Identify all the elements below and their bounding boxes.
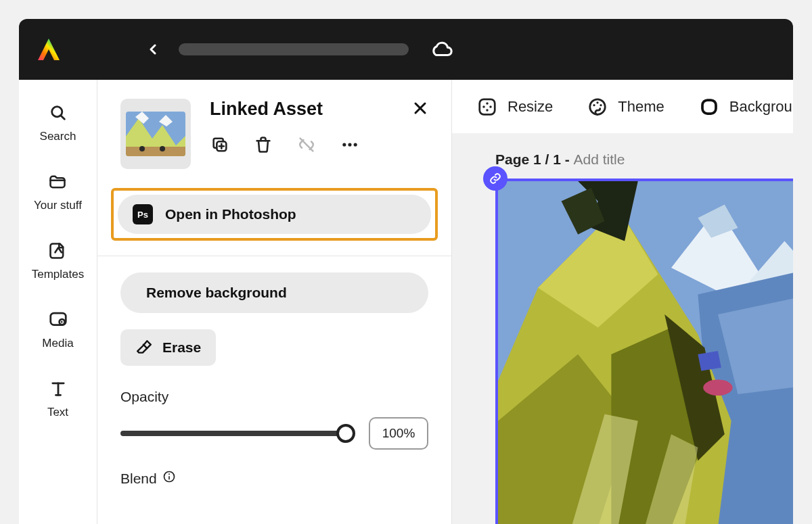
svg-rect-13 — [126, 147, 185, 156]
rail-item-your-stuff[interactable]: Your stuff — [34, 172, 82, 212]
svg-point-37 — [600, 103, 602, 105]
rail-item-search[interactable]: Search — [40, 103, 76, 143]
svg-point-23 — [348, 143, 351, 146]
svg-point-31 — [489, 105, 492, 108]
duplicate-button[interactable] — [210, 135, 230, 155]
topbar — [19, 19, 793, 80]
background-icon — [698, 96, 720, 118]
svg-line-21 — [300, 139, 313, 151]
page-number: Page 1 / 1 - — [495, 151, 574, 167]
canvas-toolbar: Resize Theme Background — [452, 80, 793, 134]
svg-rect-38 — [702, 100, 716, 114]
theme-icon — [587, 96, 608, 118]
close-button[interactable] — [412, 100, 428, 119]
opacity-slider-thumb[interactable] — [336, 424, 355, 443]
templates-icon — [47, 241, 68, 261]
delete-button[interactable] — [253, 135, 273, 155]
rail-item-text[interactable]: Text — [47, 379, 68, 419]
main-row: Search Your stuff Templates Media — [19, 80, 793, 524]
opacity-label: Opacity — [120, 389, 428, 405]
blend-label: Blend — [120, 471, 157, 487]
info-icon[interactable] — [162, 470, 176, 487]
text-icon — [48, 379, 68, 399]
svg-point-32 — [486, 102, 489, 105]
open-in-photoshop-highlight: Ps Open in Photoshop — [111, 188, 438, 241]
cloud-sync-icon[interactable] — [430, 38, 453, 61]
erase-button[interactable]: Erase — [120, 329, 216, 366]
remove-background-label: Remove background — [146, 285, 287, 301]
svg-point-36 — [597, 101, 599, 103]
svg-point-33 — [486, 109, 489, 112]
opacity-value-input[interactable]: 100% — [369, 417, 428, 450]
svg-point-35 — [593, 103, 595, 105]
svg-point-52 — [703, 379, 732, 396]
remove-background-button[interactable]: Remove background — [120, 272, 428, 313]
theme-button[interactable]: Theme — [587, 96, 664, 118]
theme-label: Theme — [618, 98, 664, 116]
folder-icon — [47, 172, 68, 192]
page-indicator[interactable]: Page 1 / 1 - Add title — [495, 151, 793, 168]
rail-item-templates[interactable]: Templates — [32, 241, 84, 281]
svg-line-1 — [60, 116, 64, 120]
rail-item-media[interactable]: Media — [42, 310, 73, 350]
adobe-logo[interactable] — [35, 36, 62, 63]
background-label: Background — [729, 98, 793, 116]
more-button[interactable] — [340, 135, 360, 155]
media-icon — [48, 310, 68, 330]
title-placeholder-bar — [179, 43, 409, 55]
open-in-photoshop-label: Open in Photoshop — [165, 206, 296, 222]
artboard[interactable] — [495, 178, 793, 524]
artboard-wrapper — [495, 178, 793, 524]
properties-panel: Linked Asset — [97, 80, 452, 524]
rail-label: Text — [47, 406, 68, 419]
rail-label: Search — [40, 130, 76, 143]
background-button[interactable]: Background — [698, 96, 793, 118]
opacity-control: 100% — [120, 417, 428, 450]
svg-point-24 — [354, 143, 357, 146]
search-icon — [48, 103, 68, 123]
left-rail: Search Your stuff Templates Media — [19, 80, 97, 524]
svg-point-15 — [160, 146, 165, 151]
blend-row: Blend — [120, 470, 428, 487]
eraser-icon — [135, 339, 153, 356]
svg-point-28 — [168, 473, 170, 475]
open-in-photoshop-button[interactable]: Ps Open in Photoshop — [118, 195, 431, 234]
svg-line-25 — [143, 345, 147, 348]
linked-badge[interactable] — [483, 166, 508, 191]
asset-action-row — [210, 135, 428, 155]
svg-point-22 — [342, 143, 346, 146]
rail-label: Media — [42, 337, 73, 350]
asset-thumbnail[interactable] — [120, 99, 191, 169]
rail-label: Templates — [32, 268, 84, 281]
svg-point-30 — [482, 105, 485, 108]
resize-label: Resize — [508, 98, 553, 116]
panel-header: Linked Asset — [97, 80, 451, 183]
svg-point-14 — [139, 146, 145, 151]
photoshop-icon: Ps — [133, 204, 153, 224]
page-title-placeholder: Add title — [574, 151, 625, 167]
opacity-slider[interactable] — [120, 431, 354, 436]
erase-label: Erase — [162, 339, 201, 356]
back-button[interactable] — [141, 37, 165, 62]
svg-rect-29 — [480, 99, 495, 114]
svg-marker-5 — [61, 321, 64, 323]
rail-label: Your stuff — [34, 199, 82, 212]
resize-icon — [476, 96, 498, 118]
canvas-area: Resize Theme Background Page 1 — [452, 80, 793, 524]
panel-title: Linked Asset — [210, 99, 323, 120]
app-frame: Search Your stuff Templates Media — [19, 19, 793, 524]
unlink-button — [296, 135, 317, 155]
svg-marker-53 — [698, 351, 721, 371]
canvas-body: Page 1 / 1 - Add title — [452, 134, 793, 524]
svg-point-34 — [590, 99, 606, 114]
resize-button[interactable]: Resize — [476, 96, 553, 118]
